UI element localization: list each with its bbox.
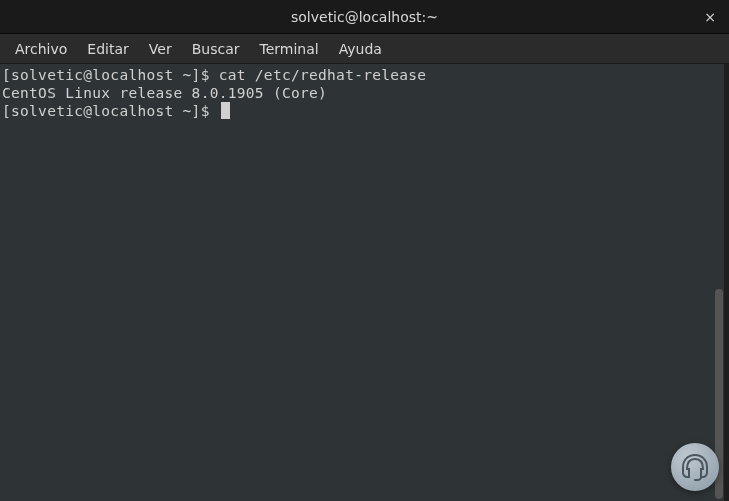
window-title: solvetic@localhost:~	[291, 9, 438, 25]
window-titlebar: solvetic@localhost:~ ×	[0, 0, 729, 34]
menu-buscar[interactable]: Buscar	[183, 37, 249, 61]
menu-ver[interactable]: Ver	[140, 37, 181, 61]
terminal-line-2: CentOS Linux release 8.0.1905 (Core)	[2, 84, 722, 102]
shell-prompt: [solvetic@localhost ~]$	[2, 103, 219, 119]
terminal-output[interactable]: [solvetic@localhost ~]$ cat /etc/redhat-…	[0, 64, 724, 501]
shell-command: cat /etc/redhat-release	[219, 67, 427, 83]
menu-bar: Archivo Editar Ver Buscar Terminal Ayuda	[0, 34, 729, 64]
menu-editar[interactable]: Editar	[78, 37, 137, 61]
help-bubble-icon[interactable]	[671, 443, 719, 491]
headset-icon	[679, 451, 711, 483]
terminal-line-1: [solvetic@localhost ~]$ cat /etc/redhat-…	[2, 66, 722, 84]
menu-ayuda[interactable]: Ayuda	[330, 37, 391, 61]
terminal-line-3: [solvetic@localhost ~]$	[2, 102, 722, 120]
menu-archivo[interactable]: Archivo	[6, 37, 76, 61]
shell-prompt: [solvetic@localhost ~]$	[2, 67, 219, 83]
cursor-icon	[221, 102, 230, 119]
menu-terminal[interactable]: Terminal	[250, 37, 327, 61]
close-icon[interactable]: ×	[701, 8, 719, 26]
